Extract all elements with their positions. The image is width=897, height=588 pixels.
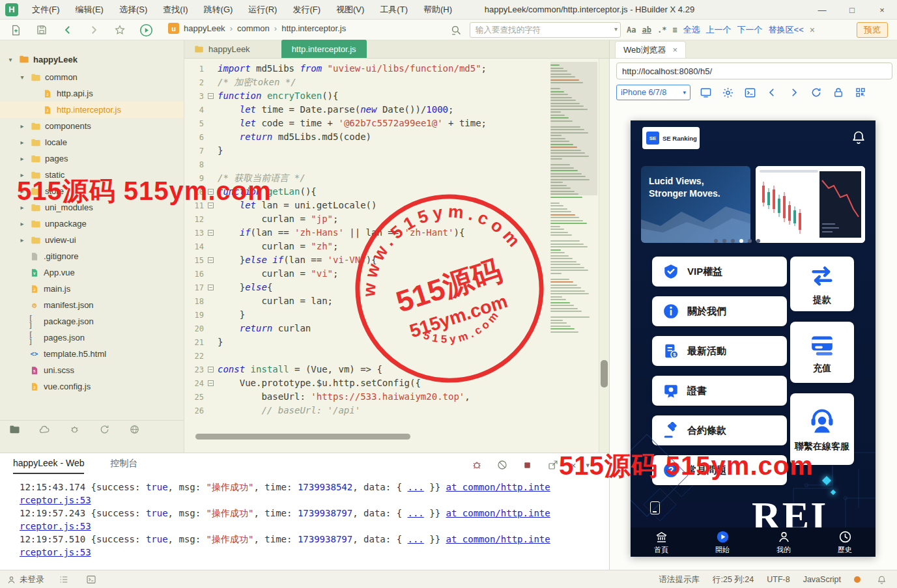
replace-toggle-button[interactable]: 替换区<< xyxy=(769,24,804,36)
app-menu-activity[interactable]: $最新活動 xyxy=(652,336,787,366)
favorite-star-icon[interactable] xyxy=(112,22,128,38)
new-file-icon[interactable] xyxy=(8,22,23,38)
tree-item-App.vue[interactable]: VApp.vue xyxy=(0,264,184,281)
menu-item[interactable]: 选择(S) xyxy=(112,1,154,18)
chevron-down-icon[interactable]: ▾ xyxy=(7,56,14,63)
banner-slide-2[interactable] xyxy=(756,166,865,243)
tree-item-pages.json[interactable]: [ ]pages.json xyxy=(0,329,184,346)
carousel-dot[interactable] xyxy=(739,239,743,243)
code-line[interactable]: 4 let time = Date.parse(new Date())/1000… xyxy=(184,103,550,117)
filter-lines-icon[interactable]: ≡ xyxy=(672,25,677,35)
app-bell-icon[interactable] xyxy=(851,130,866,147)
tree-item-pages[interactable]: ▸pages xyxy=(0,150,184,167)
app-menu-cert[interactable]: 證書 xyxy=(652,376,787,406)
tree-item-uni.scss[interactable]: Suni.scss xyxy=(0,362,184,378)
carousel-dots[interactable] xyxy=(714,239,760,243)
chevron-right-icon[interactable]: ▸ xyxy=(18,122,26,130)
back-icon[interactable] xyxy=(60,22,76,38)
fold-marker-icon[interactable]: – xyxy=(208,367,218,372)
breadcrumb-item[interactable]: http.interceptor.js xyxy=(281,23,346,33)
code-line[interactable]: 6 return md5Libs.md5(code) xyxy=(184,130,550,144)
console-link[interactable]: ... xyxy=(408,482,424,492)
chevron-right-icon[interactable]: ▸ xyxy=(18,220,26,227)
vertical-scrollbar-thumb[interactable] xyxy=(601,360,608,387)
horizontal-scrollbar-thumb[interactable] xyxy=(195,434,410,440)
app-menu-vip[interactable]: VIP權益 xyxy=(652,257,787,287)
app-menu-recharge[interactable]: 充值 xyxy=(790,322,854,383)
console-link[interactable]: rceptor.js:53 xyxy=(20,547,91,557)
find-in-files-icon[interactable] xyxy=(448,22,464,38)
menu-item[interactable]: 跳转(G) xyxy=(197,1,240,18)
tree-item-common[interactable]: ▾common xyxy=(0,69,184,85)
line-number[interactable]: 17 xyxy=(184,283,208,292)
stop-icon[interactable] xyxy=(520,457,535,473)
chevron-right-icon[interactable]: ▸ xyxy=(18,155,26,162)
settings-gear-icon[interactable] xyxy=(720,85,735,100)
console-link[interactable]: rceptor.js:53 xyxy=(20,521,91,531)
tree-item-http.api.js[interactable]: Jhttp.api.js xyxy=(0,85,184,102)
nav-back-icon[interactable] xyxy=(765,85,779,100)
web-browser-tab[interactable]: Web浏览器 × xyxy=(615,41,686,58)
tree-item-vue.config.js[interactable]: Jvue.config.js xyxy=(0,378,184,395)
line-number[interactable]: 25 xyxy=(184,393,208,402)
match-case-icon[interactable]: Aa xyxy=(627,25,636,35)
active-file-tab[interactable]: http.interceptor.js xyxy=(281,40,367,58)
line-number[interactable]: 19 xyxy=(184,311,208,320)
tabbar-home[interactable]: 首頁 xyxy=(631,527,692,557)
cloud-icon[interactable] xyxy=(36,422,52,438)
line-number[interactable]: 15 xyxy=(184,256,208,265)
line-number[interactable]: 16 xyxy=(184,270,208,279)
vertical-scrollbar[interactable] xyxy=(599,59,609,453)
line-number[interactable]: 3 xyxy=(184,92,208,101)
line-number[interactable]: 7 xyxy=(184,147,208,156)
lock-icon[interactable] xyxy=(831,85,846,100)
carousel-dot[interactable] xyxy=(714,239,718,243)
code-line[interactable]: 3–function encryToken(){ xyxy=(184,89,550,103)
fold-marker-icon[interactable]: – xyxy=(208,257,218,263)
line-number[interactable]: 18 xyxy=(184,297,208,306)
preview-button[interactable]: 预览 xyxy=(857,22,888,38)
code-line[interactable]: 7} xyxy=(184,144,550,158)
tree-item-manifest.json[interactable]: ⚙manifest.json xyxy=(0,297,184,313)
carousel-dot[interactable] xyxy=(731,239,735,243)
device-selector[interactable]: iPhone 6/7/8 ▾ xyxy=(616,85,691,100)
save-icon[interactable] xyxy=(34,22,50,38)
line-number[interactable]: 20 xyxy=(184,324,208,333)
devtools-console-icon[interactable] xyxy=(743,85,757,100)
reload-icon[interactable] xyxy=(809,85,823,100)
line-number[interactable]: 23 xyxy=(184,365,208,374)
forward-icon[interactable] xyxy=(86,22,102,38)
tabbar-history[interactable]: 歷史 xyxy=(814,527,876,557)
debug-icon[interactable] xyxy=(469,457,485,473)
search-dropdown-icon[interactable]: ▾ xyxy=(614,25,618,33)
app-menu-terms[interactable]: 合約條款 xyxy=(652,415,787,445)
tree-item-uview-ui[interactable]: ▸uview-ui xyxy=(0,232,184,248)
terminal-icon[interactable] xyxy=(83,572,99,587)
breadcrumb-item[interactable]: common xyxy=(237,23,270,33)
fold-marker-icon[interactable]: – xyxy=(208,380,218,386)
select-all-button[interactable]: 全选 xyxy=(683,24,700,36)
login-status[interactable]: 未登录 xyxy=(7,574,44,585)
find-prev-button[interactable]: 上一个 xyxy=(706,24,732,36)
find-next-button[interactable]: 下一个 xyxy=(737,24,763,36)
code-line[interactable]: 25 baseUrl: 'https://533.haiwaiym20.top'… xyxy=(184,390,550,404)
menu-item[interactable]: 编辑(E) xyxy=(68,1,111,18)
chevron-right-icon[interactable]: ▸ xyxy=(18,236,26,244)
code-line[interactable]: 24– Vue.prototype.$u.http.setConfig({ xyxy=(184,376,550,390)
search-input[interactable] xyxy=(470,22,621,38)
tree-item-components[interactable]: ▸components xyxy=(0,118,184,134)
maximize-icon[interactable]: □ xyxy=(837,0,867,20)
tree-item-locale[interactable]: ▸locale xyxy=(0,134,184,150)
console-link[interactable]: ... xyxy=(408,508,424,518)
console-link[interactable]: at common/http.inte xyxy=(446,482,550,492)
nav-forward-icon[interactable] xyxy=(787,85,801,100)
code-line[interactable]: 26 // baseUrl: '/api' xyxy=(184,404,550,417)
menu-item[interactable]: 视图(V) xyxy=(329,1,371,18)
tab-close-icon[interactable]: × xyxy=(673,45,678,55)
tabbar-start[interactable]: 開始 xyxy=(692,527,753,557)
close-icon[interactable]: × xyxy=(867,0,897,20)
banner-carousel[interactable]: Lucid Views, Stronger Moves. xyxy=(641,166,865,243)
carousel-dot[interactable] xyxy=(756,239,760,243)
console-link[interactable]: at common/http.inte xyxy=(446,508,550,518)
code-line[interactable]: 2/* 加密token */ xyxy=(184,76,550,89)
